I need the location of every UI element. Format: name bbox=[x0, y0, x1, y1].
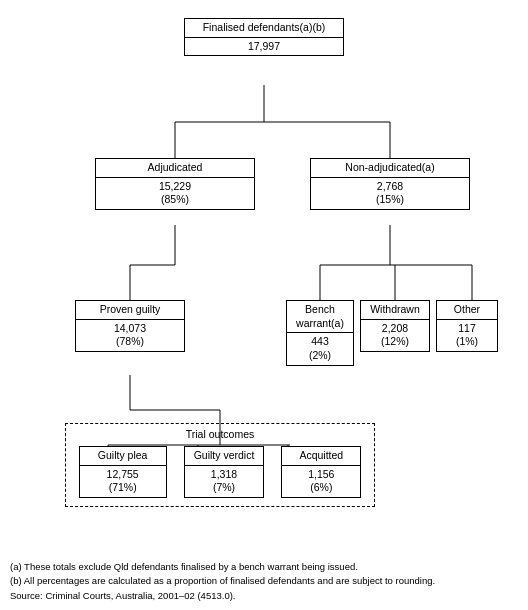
adjudicated-title: Adjudicated bbox=[96, 159, 254, 178]
guilty-verdict-box: Guilty verdict 1,318 (7%) bbox=[184, 446, 264, 498]
bench-warrant-title: Bench warrant(a) bbox=[287, 301, 353, 333]
guilty-verdict-value: 1,318 (7%) bbox=[185, 466, 263, 497]
trial-outcomes-container: Trial outcomes Guilty plea 12,755 (71%) … bbox=[65, 423, 375, 507]
trial-outcomes-label: Trial outcomes bbox=[70, 428, 370, 440]
non-adjudicated-box: Non-adjudicated(a) 2,768 (15%) bbox=[310, 158, 470, 210]
bench-warrant-value: 443 (2%) bbox=[287, 333, 353, 364]
withdrawn-box: Withdrawn 2,208 (12%) bbox=[360, 300, 430, 352]
footnote-3: Source: Criminal Courts, Australia, 2001… bbox=[10, 589, 435, 603]
guilty-plea-box: Guilty plea 12,755 (71%) bbox=[79, 446, 167, 498]
non-adjudicated-title: Non-adjudicated(a) bbox=[311, 159, 469, 178]
adjudicated-box: Adjudicated 15,229 (85%) bbox=[95, 158, 255, 210]
guilty-plea-title: Guilty plea bbox=[80, 447, 166, 466]
proven-guilty-value: 14,073 (78%) bbox=[76, 320, 184, 351]
withdrawn-value: 2,208 (12%) bbox=[361, 320, 429, 351]
acquitted-box: Acquitted 1,156 (6%) bbox=[281, 446, 361, 498]
acquitted-title: Acquitted bbox=[282, 447, 360, 466]
proven-guilty-box: Proven guilty 14,073 (78%) bbox=[75, 300, 185, 352]
footnotes: (a) These totals exclude Qld defendants … bbox=[10, 560, 435, 590]
withdrawn-title: Withdrawn bbox=[361, 301, 429, 320]
other-box: Other 117 (1%) bbox=[436, 300, 498, 352]
footnote-2: (b) All percentages are calculated as a … bbox=[10, 574, 435, 588]
other-title: Other bbox=[437, 301, 497, 320]
guilty-plea-value: 12,755 (71%) bbox=[80, 466, 166, 497]
root-value: 17,997 bbox=[185, 38, 343, 56]
other-value: 117 (1%) bbox=[437, 320, 497, 351]
footnote-1: (a) These totals exclude Qld defendants … bbox=[10, 560, 435, 574]
proven-guilty-title: Proven guilty bbox=[76, 301, 184, 320]
non-adjudicated-value: 2,768 (15%) bbox=[311, 178, 469, 209]
adjudicated-value: 15,229 (85%) bbox=[96, 178, 254, 209]
root-title: Finalised defendants(a)(b) bbox=[185, 19, 343, 38]
guilty-verdict-title: Guilty verdict bbox=[185, 447, 263, 466]
bench-warrant-box: Bench warrant(a) 443 (2%) bbox=[286, 300, 354, 366]
acquitted-value: 1,156 (6%) bbox=[282, 466, 360, 497]
root-box: Finalised defendants(a)(b) 17,997 bbox=[184, 18, 344, 56]
